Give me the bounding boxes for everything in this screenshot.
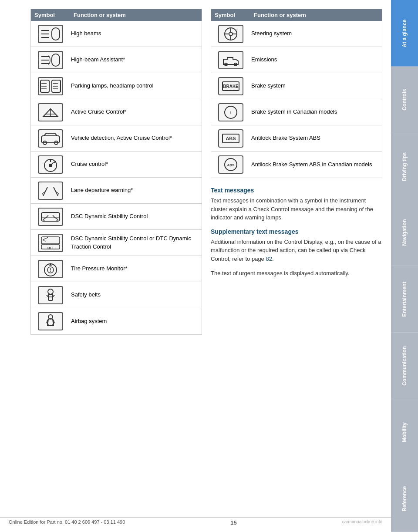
tire-pressure-icon: ! — [40, 261, 61, 277]
symbol-cruise-control — [34, 155, 67, 174]
icon-box: OFF — [38, 234, 63, 252]
function-lane-departure: Lane departure warning* — [67, 186, 198, 194]
supplementary-body1: Additional information on the Control Di… — [211, 239, 381, 262]
table-row: Cruise control* — [31, 152, 202, 178]
right-column: Symbol Function or system — [211, 9, 382, 506]
icon-box — [38, 182, 63, 200]
symbol-safety-belts — [34, 286, 67, 304]
sidebar-item-label: Entertainment — [401, 282, 408, 317]
sidebar-item-at-a-glance[interactable]: At a glance — [391, 0, 418, 67]
symbol-lane-departure — [34, 182, 67, 200]
supplementary-body: Additional information on the Control Di… — [211, 238, 382, 263]
page-ref-link[interactable]: 82 — [266, 256, 272, 262]
table-row: Safety belts — [31, 282, 202, 308]
svg-text:BRAKE: BRAKE — [223, 84, 239, 89]
svg-rect-4 — [52, 54, 60, 66]
safety-belts-icon — [40, 287, 61, 303]
dsc-icon — [40, 209, 61, 225]
sidebar-item-mobility[interactable]: Mobility — [391, 399, 418, 466]
symbol-steering: ! — [215, 25, 247, 43]
table-row: DSC Dynamic Stability Control — [31, 204, 202, 230]
svg-text:!: ! — [236, 28, 238, 32]
icon-box: ! — [218, 103, 243, 121]
svg-rect-37 — [48, 294, 53, 300]
symbol-emissions — [215, 51, 247, 69]
supplementary-body1-end: . — [272, 256, 274, 262]
icon-box — [38, 312, 63, 330]
icon-box: ABS — [218, 155, 243, 174]
icon-box — [38, 208, 63, 226]
supplementary-body2: The text of urgent messages is displayed… — [211, 269, 382, 278]
table-row: High beams — [31, 21, 202, 47]
right-table-header: Symbol Function or system — [211, 9, 382, 21]
cruise-control-icon — [40, 157, 61, 172]
airbag-icon — [40, 313, 61, 329]
sidebar-item-communication[interactable]: Communication — [391, 333, 418, 399]
icon-box — [38, 51, 63, 69]
svg-text:!: ! — [50, 268, 51, 273]
page-wrapper: Symbol Function or system — [0, 0, 418, 532]
symbol-dsc-dtc: OFF — [34, 234, 67, 252]
table-row: Airbag system — [31, 308, 202, 334]
sidebar-item-driving-tips[interactable]: Driving tips — [391, 133, 418, 200]
svg-point-44 — [229, 32, 233, 36]
supplementary-title: Supplementary text messages — [211, 228, 382, 235]
right-header-symbol: Symbol — [215, 12, 254, 18]
sidebar-item-controls[interactable]: Controls — [391, 67, 418, 133]
icon-box: ! — [38, 260, 63, 278]
svg-rect-0 — [52, 28, 60, 40]
symbol-high-beam-assistant — [34, 51, 67, 69]
high-beams-icon — [40, 26, 61, 42]
table-row: Lane departure warning* — [31, 178, 202, 204]
function-dsc: DSC Dynamic Stability Control — [67, 212, 198, 220]
icon-box: BRAKE — [218, 77, 243, 95]
function-parking-lamps: Parking lamps, headlamp control — [67, 82, 198, 90]
svg-text:ABS: ABS — [227, 163, 235, 167]
sidebar-item-label: Reference — [401, 486, 408, 512]
left-table-header: Symbol Function or system — [31, 9, 202, 21]
function-high-beam-assistant: High-beam Assistant* — [67, 56, 198, 64]
right-table: Symbol Function or system — [211, 9, 382, 178]
main-content: Symbol Function or system — [0, 0, 391, 532]
abs-canadian-icon: ABS — [220, 157, 242, 172]
svg-rect-30 — [41, 237, 60, 244]
symbol-parking-lamps — [34, 77, 67, 95]
function-high-beams: High beams — [67, 30, 198, 37]
table-row: ! Brake system in Canadian models — [211, 99, 382, 125]
symbol-abs-canadian: ABS — [215, 155, 247, 174]
function-emissions: Emissions — [247, 56, 378, 64]
left-column: Symbol Function or system — [30, 9, 202, 506]
icon-box — [38, 25, 63, 43]
icon-box — [38, 155, 63, 174]
sidebar-item-label: Navigation — [401, 219, 408, 246]
table-row: ABS Antilock Brake System ABS in Canadia… — [211, 152, 382, 178]
table-row: ABS Antilock Brake System ABS — [211, 125, 382, 152]
svg-line-26 — [43, 187, 47, 196]
function-abs: Antilock Brake System ABS — [247, 134, 378, 142]
page-footer: Online Edition for Part no. 01 40 2 606 … — [0, 517, 391, 528]
footer-edition: Online Edition for Part no. 01 40 2 606 … — [9, 519, 125, 526]
symbol-dsc — [34, 208, 67, 226]
sidebar-item-entertainment[interactable]: Entertainment — [391, 266, 418, 333]
sidebar-item-navigation[interactable]: Navigation — [391, 199, 418, 266]
sidebar-item-label: Mobility — [401, 422, 408, 442]
parking-lamps-icon — [40, 78, 61, 94]
right-header-function: Function or system — [254, 12, 378, 18]
function-safety-belts: Safety belts — [67, 291, 198, 299]
function-airbag: Airbag system — [67, 317, 198, 325]
symbol-vehicle-detection — [34, 129, 67, 148]
table-row: Vehicle detection, Active Cruise Control… — [31, 125, 202, 152]
steering-icon: ! — [220, 26, 242, 42]
symbol-active-cruise — [34, 103, 67, 121]
sidebar-item-label: Controls — [401, 89, 408, 110]
function-steering: Steering system — [247, 30, 378, 37]
active-cruise-icon — [40, 104, 61, 120]
function-abs-canadian: Antilock Brake System ABS in Canadian mo… — [247, 161, 378, 168]
left-header-function: Function or system — [74, 12, 198, 18]
icon-box — [38, 129, 63, 148]
function-brake-canadian: Brake system in Canadian models — [247, 108, 378, 116]
left-table: Symbol Function or system — [30, 9, 202, 335]
page-number: 15 — [230, 519, 236, 526]
function-tire-pressure: Tire Pressure Monitor* — [67, 265, 198, 273]
sidebar-item-reference[interactable]: Reference — [391, 465, 418, 532]
